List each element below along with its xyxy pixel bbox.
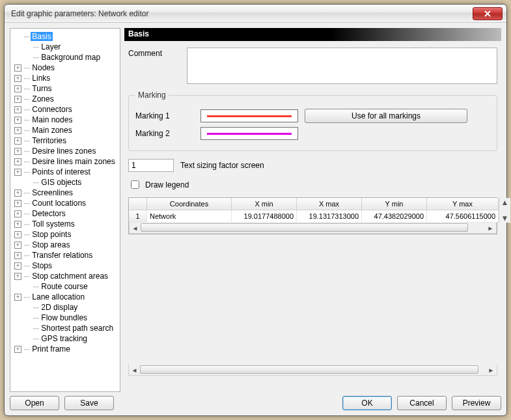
- use-for-all-button[interactable]: Use for all markings: [305, 109, 467, 123]
- tree-item-lane-allocation[interactable]: +····Lane allocation: [12, 292, 118, 302]
- tree-item-desire-lines-zones[interactable]: +····Desire lines zones: [12, 146, 118, 156]
- tree-item-flow-bundles[interactable]: ····Flow bundles: [12, 313, 118, 323]
- tree-item-layer[interactable]: ····Layer: [12, 42, 118, 52]
- cancel-button[interactable]: Cancel: [397, 396, 447, 410]
- tree-item-label: Print frame: [31, 344, 72, 354]
- tree-item-nodes[interactable]: +····Nodes: [12, 63, 118, 73]
- panel-hscroll[interactable]: ◄ ►: [128, 365, 497, 376]
- expand-icon[interactable]: +: [14, 96, 21, 103]
- titlebar[interactable]: Edit graphic parameters: Network editor: [5, 5, 506, 23]
- tree-item-basis[interactable]: ····Basis: [12, 31, 118, 42]
- tree-item-background-map[interactable]: ····Background map: [12, 52, 118, 63]
- expand-icon[interactable]: +: [14, 273, 21, 280]
- expand-icon[interactable]: +: [14, 231, 21, 238]
- grid-cell[interactable]: 47.5606115000: [427, 210, 499, 223]
- tree-item-print-frame[interactable]: +····Print frame: [12, 344, 118, 354]
- expand-icon[interactable]: +: [14, 210, 21, 217]
- expand-icon[interactable]: +: [14, 137, 21, 145]
- tree-item-stop-areas[interactable]: +····Stop areas: [12, 240, 118, 250]
- tree-item-zones[interactable]: +····Zones: [12, 94, 118, 104]
- tree-item-links[interactable]: +····Links: [12, 73, 118, 83]
- grid-cell[interactable]: 1: [129, 210, 147, 223]
- expand-icon[interactable]: +: [14, 64, 21, 72]
- grid-vscroll[interactable]: ▲▼: [499, 198, 510, 223]
- comment-input[interactable]: [187, 48, 497, 84]
- workarea: ····Basis····Layer····Background map+···…: [10, 28, 501, 392]
- expand-icon[interactable]: +: [14, 221, 21, 228]
- expand-icon[interactable]: +: [14, 117, 21, 124]
- tree-item-stops[interactable]: +····Stops: [12, 260, 118, 271]
- close-button[interactable]: [473, 7, 503, 20]
- tree-item-label: Background map: [40, 53, 102, 62]
- expand-icon[interactable]: +: [14, 200, 21, 207]
- open-button[interactable]: Open: [10, 396, 59, 410]
- grid-header[interactable]: Coordinates: [147, 198, 232, 210]
- marking2-swatch[interactable]: [200, 127, 298, 140]
- tree-item-shortest-path-search[interactable]: ····Shortest path search: [12, 323, 118, 333]
- scroll-right-icon[interactable]: ►: [486, 367, 497, 374]
- text-sizing-input[interactable]: [128, 159, 174, 172]
- expand-icon[interactable]: +: [14, 252, 21, 259]
- scroll-left-icon[interactable]: ◄: [129, 367, 140, 374]
- scroll-right-icon[interactable]: ►: [485, 225, 496, 232]
- save-button[interactable]: Save: [64, 396, 114, 410]
- grid-header[interactable]: X min: [232, 198, 297, 210]
- tree-item-turns[interactable]: +····Turns: [12, 83, 118, 94]
- marking2-label: Marking 2: [135, 129, 194, 138]
- tree-item-screenlines[interactable]: +····Screenlines: [12, 188, 118, 198]
- grid-scroll-thumb[interactable]: [141, 223, 468, 232]
- tree-item-detectors[interactable]: +····Detectors: [12, 208, 118, 219]
- marking-group: Marking Marking 1 Use for all markings M…: [128, 91, 497, 151]
- grid-header[interactable]: X max: [297, 198, 362, 210]
- comment-row: Comment: [128, 48, 497, 84]
- tree-item-gps-tracking[interactable]: ····GPS tracking: [12, 333, 118, 344]
- grid-cell[interactable]: Network: [147, 210, 232, 223]
- tree-item-territories[interactable]: +····Territories: [12, 135, 118, 146]
- grid-cell[interactable]: 19.1317313000: [297, 210, 362, 223]
- expand-icon[interactable]: +: [14, 158, 21, 165]
- expand-icon[interactable]: +: [14, 106, 21, 113]
- tree-item-gis-objects[interactable]: ····GIS objects: [12, 177, 118, 188]
- draw-legend-checkbox[interactable]: [131, 180, 139, 189]
- expand-icon[interactable]: +: [14, 169, 21, 176]
- tree-item-desire-lines-main-zones[interactable]: +····Desire lines main zones: [12, 156, 118, 167]
- expand-icon[interactable]: +: [14, 346, 21, 353]
- expand-icon[interactable]: +: [14, 189, 21, 197]
- marking1-line: [207, 115, 292, 117]
- tree-item-label: Lane allocation: [31, 292, 86, 301]
- grid-header[interactable]: Y max: [427, 198, 499, 210]
- tree-item-route-course[interactable]: ····Route course: [12, 281, 118, 292]
- tree-item-count-locations[interactable]: +····Count locations: [12, 198, 118, 208]
- ok-button[interactable]: OK: [342, 396, 392, 410]
- preview-button[interactable]: Preview: [452, 396, 501, 410]
- tree-item-transfer-relations[interactable]: +····Transfer relations: [12, 250, 118, 260]
- coords-grid[interactable]: CoordinatesX minX maxY minY max▲▼1Networ…: [128, 197, 497, 234]
- tree-item-main-nodes[interactable]: +····Main nodes: [12, 115, 118, 125]
- tree-item-main-zones[interactable]: +····Main zones: [12, 125, 118, 135]
- tree-item-label: Zones: [31, 94, 55, 104]
- tree-item-points-of-interest[interactable]: +····Points of interest: [12, 167, 118, 177]
- expand-icon[interactable]: +: [14, 127, 21, 134]
- expand-icon[interactable]: +: [14, 75, 21, 82]
- tree-item-stop-points[interactable]: +····Stop points: [12, 229, 118, 240]
- tree-item-toll-systems[interactable]: +····Toll systems: [12, 219, 118, 229]
- tree-item-connectors[interactable]: +····Connectors: [12, 104, 118, 115]
- tree-item-stop-catchment-areas[interactable]: +····Stop catchment areas: [12, 271, 118, 281]
- text-sizing-label: Text sizing factor screen: [180, 161, 264, 170]
- grid-cell[interactable]: 47.4382029000: [362, 210, 427, 223]
- grid-header[interactable]: Y min: [362, 198, 427, 210]
- grid-header[interactable]: [129, 198, 147, 210]
- expand-icon[interactable]: +: [14, 148, 21, 155]
- grid-cell[interactable]: 19.0177488000: [232, 210, 297, 223]
- tree-item-2d-display[interactable]: ····2D display: [12, 302, 118, 313]
- panel-scroll-thumb[interactable]: [140, 365, 478, 374]
- scroll-left-icon[interactable]: ◄: [130, 225, 141, 232]
- expand-icon[interactable]: +: [14, 262, 21, 270]
- expand-icon[interactable]: +: [14, 294, 21, 301]
- grid-hscroll[interactable]: ◄ ►: [129, 223, 497, 234]
- expand-icon[interactable]: +: [14, 85, 21, 92]
- marking1-swatch[interactable]: [200, 109, 298, 122]
- tree-item-label: 2D display: [40, 303, 79, 312]
- tree-panel[interactable]: ····Basis····Layer····Background map+···…: [10, 28, 120, 392]
- expand-icon[interactable]: +: [14, 242, 21, 249]
